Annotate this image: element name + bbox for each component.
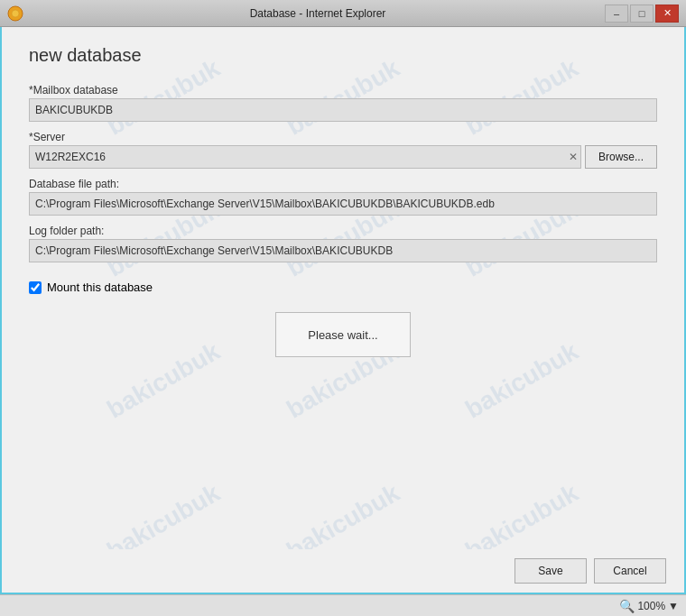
log-folder-path-group: Log folder path: bbox=[29, 225, 657, 262]
mount-checkbox-label: Mount this database bbox=[47, 280, 153, 294]
mailbox-database-input[interactable] bbox=[29, 98, 657, 122]
title-bar: Database - Internet Explorer – □ ✕ bbox=[0, 0, 686, 27]
zoom-dropdown-icon[interactable]: ▼ bbox=[668, 600, 679, 612]
server-input[interactable] bbox=[29, 145, 581, 169]
server-label: *Server bbox=[29, 131, 657, 143]
log-folder-path-label: Log folder path: bbox=[29, 225, 657, 237]
server-group: *Server ✕ Browse... bbox=[29, 131, 657, 169]
zoom-level: 100% bbox=[637, 600, 665, 612]
window-controls: – □ ✕ bbox=[605, 5, 679, 23]
db-file-path-input[interactable] bbox=[29, 192, 657, 216]
save-button[interactable]: Save bbox=[514, 558, 587, 584]
mount-checkbox[interactable] bbox=[29, 281, 42, 294]
window-body: bakicubuk bakicubuk bakicubuk bakicubuk … bbox=[0, 27, 686, 594]
page-title: new database bbox=[29, 45, 657, 66]
minimize-button[interactable]: – bbox=[605, 5, 628, 23]
window-title: Database - Internet Explorer bbox=[31, 7, 605, 20]
cancel-button[interactable]: Cancel bbox=[594, 558, 666, 584]
mailbox-database-group: *Mailbox database bbox=[29, 84, 657, 122]
main-content: new database *Mailbox database *Server ✕… bbox=[2, 27, 684, 549]
server-row: ✕ Browse... bbox=[29, 145, 657, 169]
mailbox-database-label: *Mailbox database bbox=[29, 84, 657, 97]
app-icon bbox=[7, 5, 23, 22]
bottom-bar: Save Cancel bbox=[2, 549, 684, 593]
status-bar: 🔍 100% ▼ bbox=[0, 594, 686, 616]
please-wait-button[interactable]: Please wait... bbox=[275, 312, 411, 357]
zoom-icon: 🔍 bbox=[619, 599, 635, 613]
svg-point-1 bbox=[12, 10, 19, 17]
db-file-path-label: Database file path: bbox=[29, 178, 657, 190]
server-clear-button[interactable]: ✕ bbox=[569, 152, 578, 162]
restore-button[interactable]: □ bbox=[630, 5, 654, 23]
close-button[interactable]: ✕ bbox=[655, 5, 679, 23]
zoom-control[interactable]: 🔍 100% ▼ bbox=[619, 599, 679, 613]
db-file-path-group: Database file path: bbox=[29, 178, 657, 216]
server-input-wrap: ✕ bbox=[29, 145, 581, 169]
browse-button[interactable]: Browse... bbox=[585, 145, 657, 169]
mount-checkbox-row: Mount this database bbox=[29, 280, 657, 294]
log-folder-path-input[interactable] bbox=[29, 239, 657, 262]
